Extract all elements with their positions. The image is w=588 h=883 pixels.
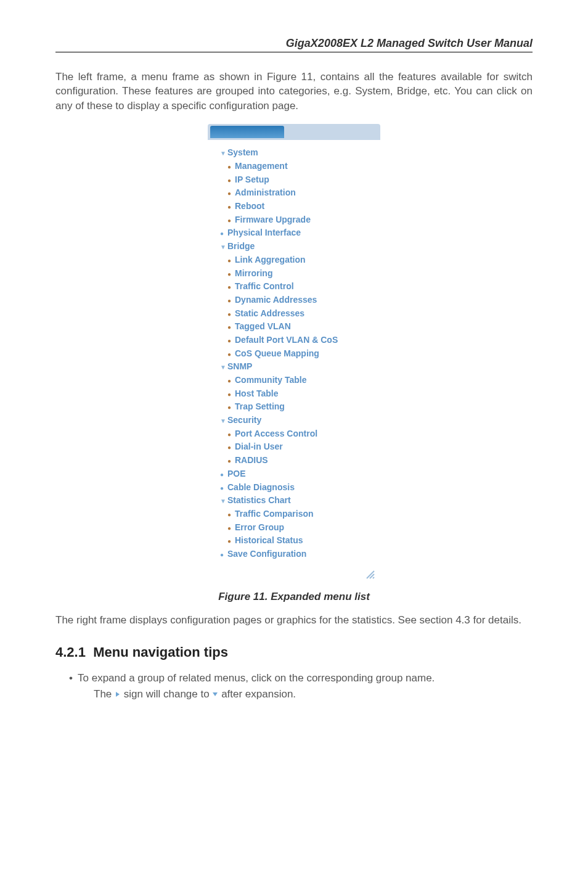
- menu-top-label: Bridge: [227, 241, 255, 251]
- bullet-icon: ●: [227, 510, 235, 520]
- bullet-icon: ●: [227, 376, 235, 386]
- menu-active-tab: [210, 126, 284, 138]
- bullet-icon: ●: [227, 202, 235, 212]
- bullet-icon: ●: [227, 524, 235, 533]
- bullet-icon: ●: [227, 536, 235, 546]
- chevron-down-icon: ▼: [220, 363, 227, 372]
- menu-top-item[interactable]: ▼Statistics Chart: [214, 494, 375, 507]
- menu-sub-item[interactable]: ●Port Access Control: [214, 427, 375, 441]
- bullet-icon: ●: [227, 430, 235, 440]
- menu-sub-item[interactable]: ●Static Addresses: [214, 307, 375, 321]
- bullet-icon: ●: [227, 176, 235, 186]
- menu-sub-item[interactable]: ●Firmware Upgrade: [214, 213, 375, 227]
- tip-line-1: To expand a group of related menus, clic…: [78, 672, 435, 684]
- menu-top-label: Save Configuration: [227, 549, 306, 559]
- menu-resize-corner: [208, 564, 380, 580]
- menu-sub-label: Administration: [235, 187, 296, 197]
- tip-line-2a: The: [94, 688, 115, 700]
- menu-sub-item[interactable]: ●Dynamic Addresses: [214, 294, 375, 307]
- figure-caption: Figure 11. Expanded menu list: [55, 591, 533, 603]
- menu-sub-item[interactable]: ●Link Aggregation: [214, 253, 375, 267]
- bullet-icon: ●: [220, 470, 227, 480]
- menu-sub-item[interactable]: ●Mirroring: [214, 267, 375, 281]
- menu-sub-item[interactable]: ●Management: [214, 160, 375, 173]
- bullet-icon: ●: [227, 390, 235, 400]
- menu-sub-item[interactable]: ●Administration: [214, 186, 375, 200]
- menu-sub-item[interactable]: ●Dial-in User: [214, 440, 375, 454]
- menu-sub-item[interactable]: ●Reboot: [214, 200, 375, 213]
- bullet-icon: ●: [220, 550, 227, 560]
- menu-top-label: Cable Diagnosis: [227, 482, 295, 492]
- bullet-icon: ●: [227, 282, 235, 292]
- menu-sub-label: Traffic Control: [235, 281, 294, 291]
- menu-top-item[interactable]: ▼Bridge: [214, 240, 375, 253]
- section-number: 4.2.1: [55, 644, 86, 660]
- menu-sub-item[interactable]: ●Traffic Comparison: [214, 507, 375, 521]
- tip-text: To expand a group of related menus, clic…: [78, 670, 435, 686]
- menu-top-label: POE: [227, 469, 246, 478]
- svg-marker-4: [213, 692, 218, 696]
- bullet-icon: ●: [227, 322, 235, 332]
- menu-sub-label: Dial-in User: [235, 442, 283, 451]
- bullet-icon: ●: [227, 162, 235, 172]
- menu-top-label: Physical Interface: [227, 228, 301, 237]
- menu-sub-label: Link Aggregation: [235, 255, 306, 265]
- menu-sub-label: Static Addresses: [235, 308, 304, 318]
- menu-sub-label: Error Group: [235, 522, 284, 532]
- bullet-icon: ●: [227, 456, 235, 466]
- section-heading: 4.2.1 Menu navigation tips: [55, 644, 533, 660]
- bullet-icon: ●: [227, 216, 235, 226]
- chevron-down-icon: ▼: [220, 242, 227, 252]
- menu-sub-item[interactable]: ●CoS Queue Mapping: [214, 347, 375, 361]
- menu-top-item[interactable]: ▼System: [214, 146, 375, 160]
- menu-sub-label: Reboot: [235, 201, 264, 211]
- bullet-icon: ●: [227, 269, 235, 279]
- menu-sub-label: Mirroring: [235, 268, 272, 278]
- menu-sub-label: Historical Status: [235, 535, 303, 545]
- bullet-icon: ●: [227, 296, 235, 306]
- menu-top-label: Statistics Chart: [227, 495, 291, 505]
- menu-sub-item[interactable]: ●Default Port VLAN & CoS: [214, 334, 375, 347]
- menu-sub-label: Host Table: [235, 388, 279, 398]
- menu-top-item[interactable]: ●Cable Diagnosis: [214, 481, 375, 495]
- bullet-icon: ●: [227, 310, 235, 319]
- svg-line-2: [373, 577, 374, 578]
- menu-sub-item[interactable]: ●IP Setup: [214, 173, 375, 187]
- menu-sub-label: Management: [235, 161, 288, 171]
- menu-sub-item[interactable]: ●RADIUS: [214, 454, 375, 467]
- menu-tabbar: [208, 124, 380, 140]
- menu-sub-label: Dynamic Addresses: [235, 295, 317, 305]
- menu-sub-label: CoS Queue Mapping: [235, 348, 319, 358]
- chevron-down-icon: ▼: [220, 416, 227, 426]
- triangle-down-icon: [212, 688, 218, 700]
- menu-sub-item[interactable]: ●Host Table: [214, 387, 375, 401]
- menu-sub-label: RADIUS: [235, 455, 268, 465]
- menu-top-item[interactable]: ▼Security: [214, 414, 375, 427]
- tip-line-2b: sign will change to: [121, 688, 212, 700]
- menu-sub-item[interactable]: ●Historical Status: [214, 534, 375, 548]
- intro-paragraph: The left frame, a menu frame as shown in…: [55, 70, 533, 113]
- menu-top-label: System: [227, 147, 258, 157]
- bullet-icon: ●: [220, 483, 227, 493]
- menu-list: ▼System●Management●IP Setup●Administrati…: [208, 146, 380, 563]
- menu-top-label: SNMP: [227, 361, 252, 371]
- menu-sub-item[interactable]: ●Community Table: [214, 374, 375, 387]
- menu-sub-label: Trap Setting: [235, 401, 285, 411]
- menu-sub-item[interactable]: ●Tagged VLAN: [214, 320, 375, 334]
- after-paragraph: The right frame displays configuration p…: [55, 613, 533, 627]
- menu-top-item[interactable]: ●Save Configuration: [214, 548, 375, 561]
- bullet-icon: ●: [227, 403, 235, 413]
- menu-sub-label: Port Access Control: [235, 429, 317, 438]
- section-title: Menu navigation tips: [93, 644, 228, 660]
- bullet-icon: ●: [227, 189, 235, 199]
- menu-top-item[interactable]: ▼SNMP: [214, 360, 375, 374]
- menu-sub-label: Tagged VLAN: [235, 321, 291, 331]
- menu-top-item[interactable]: ●POE: [214, 467, 375, 481]
- tip-line-2c: after expansion.: [218, 688, 296, 700]
- menu-sub-item[interactable]: ●Traffic Control: [214, 280, 375, 294]
- tip-line-2: The sign will change to after expansion.: [55, 688, 533, 700]
- menu-sub-item[interactable]: ●Error Group: [214, 521, 375, 535]
- menu-sub-item[interactable]: ●Trap Setting: [214, 400, 375, 414]
- bullet-icon: ●: [227, 443, 235, 453]
- menu-top-item[interactable]: ●Physical Interface: [214, 226, 375, 240]
